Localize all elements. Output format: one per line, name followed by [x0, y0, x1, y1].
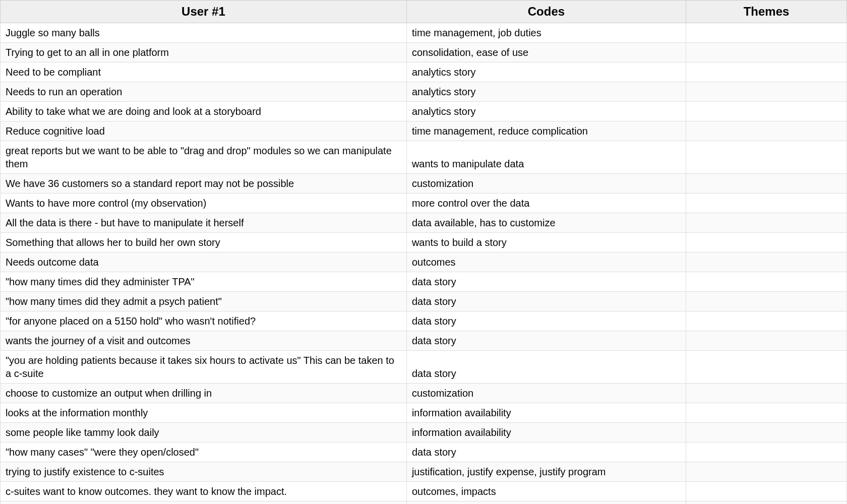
- cell-themes[interactable]: [686, 174, 846, 194]
- table-row: trying to justify existence to c-suitesj…: [1, 462, 847, 482]
- cell-codes[interactable]: customization: [406, 384, 686, 403]
- table-row: All the data is there - but have to mani…: [1, 213, 847, 233]
- cell-codes[interactable]: outcomes, impacts: [406, 482, 686, 501]
- cell-user[interactable]: looks at the information monthly: [1, 403, 407, 423]
- cell-themes[interactable]: [686, 292, 846, 311]
- cell-user[interactable]: trying to justify existence to c-suites: [1, 462, 407, 482]
- cell-themes[interactable]: [686, 82, 846, 102]
- cell-themes[interactable]: [686, 23, 846, 43]
- cell-user[interactable]: "how many times did they admit a psych p…: [1, 292, 407, 311]
- cell-codes[interactable]: analytics story: [406, 82, 686, 102]
- cell-user[interactable]: Trying to get to an all in one platform: [1, 43, 407, 62]
- table-row: some people like tammy look dailyinforma…: [1, 423, 847, 443]
- cell-themes[interactable]: [686, 253, 846, 272]
- cell-user[interactable]: great reports but we want to be able to …: [1, 141, 407, 174]
- cell-user[interactable]: Need to be compliant: [1, 62, 407, 82]
- cell-codes[interactable]: data story: [406, 351, 686, 384]
- table-header-row: User #1 Codes Themes: [1, 1, 847, 23]
- cell-user[interactable]: Ability to take what we are doing and lo…: [1, 102, 407, 121]
- cell-user[interactable]: All the data is there - but have to mani…: [1, 213, 407, 233]
- cell-themes[interactable]: [686, 311, 846, 331]
- cell-themes[interactable]: [686, 194, 846, 213]
- cell-themes[interactable]: [686, 43, 846, 62]
- table-row: We have 36 customers so a standard repor…: [1, 174, 847, 194]
- table-body: Juggle so many ballstime management, job…: [1, 23, 847, 505]
- table-row: great reports but we want to be able to …: [1, 141, 847, 174]
- table-row: Reduce cognitive loadtime management, re…: [1, 121, 847, 141]
- cell-user[interactable]: some people like tammy look daily: [1, 423, 407, 443]
- cell-codes[interactable]: justification, justify expense, justify …: [406, 462, 686, 482]
- table-row: Something that allows her to build her o…: [1, 233, 847, 253]
- cell-codes[interactable]: data story: [406, 331, 686, 351]
- cell-themes[interactable]: [686, 121, 846, 141]
- cell-themes[interactable]: [686, 272, 846, 292]
- cell-user[interactable]: Something that allows her to build her o…: [1, 233, 407, 253]
- table-row: looks at the information monthlyinformat…: [1, 403, 847, 423]
- table-row: c-suites want to know outcomes. they wan…: [1, 482, 847, 501]
- cell-themes[interactable]: [686, 501, 846, 505]
- table-row: Ability to take what we are doing and lo…: [1, 102, 847, 121]
- cell-themes[interactable]: [686, 384, 846, 403]
- cell-codes[interactable]: time management, reduce complication: [406, 121, 686, 141]
- cell-themes[interactable]: [686, 213, 846, 233]
- cell-user[interactable]: We have 36 customers so a standard repor…: [1, 174, 407, 194]
- table-row: "you are holding patients because it tak…: [1, 351, 847, 384]
- cell-user[interactable]: Needs outcome data: [1, 253, 407, 272]
- cell-codes[interactable]: consolidation, ease of use: [406, 43, 686, 62]
- cell-user[interactable]: "how many times did they administer TPA": [1, 272, 407, 292]
- coding-table: User #1 Codes Themes Juggle so many ball…: [0, 0, 847, 504]
- cell-codes[interactable]: customization of data and dashboards: [406, 501, 686, 505]
- header-codes[interactable]: Codes: [406, 1, 686, 23]
- cell-themes[interactable]: [686, 141, 846, 174]
- table-row: Needs outcome dataoutcomes: [1, 253, 847, 272]
- cell-codes[interactable]: data story: [406, 443, 686, 462]
- cell-codes[interactable]: data story: [406, 311, 686, 331]
- header-user[interactable]: User #1: [1, 1, 407, 23]
- cell-user[interactable]: Juggle so many balls: [1, 23, 407, 43]
- cell-themes[interactable]: [686, 403, 846, 423]
- cell-user[interactable]: choose to customize an output when drill…: [1, 384, 407, 403]
- cell-codes[interactable]: outcomes: [406, 253, 686, 272]
- cell-codes[interactable]: customization: [406, 174, 686, 194]
- cell-themes[interactable]: [686, 331, 846, 351]
- cell-themes[interactable]: [686, 233, 846, 253]
- table-row: "for anyone placed on a 5150 hold" who w…: [1, 311, 847, 331]
- table-row: choose to customize an output when drill…: [1, 384, 847, 403]
- cell-user[interactable]: "you are holding patients because it tak…: [1, 351, 407, 384]
- cell-codes[interactable]: time management, job duties: [406, 23, 686, 43]
- cell-themes[interactable]: [686, 102, 846, 121]
- cell-codes[interactable]: information availability: [406, 403, 686, 423]
- table-row: Needs to run an operationanalytics story: [1, 82, 847, 102]
- cell-themes[interactable]: [686, 462, 846, 482]
- cell-themes[interactable]: [686, 443, 846, 462]
- table-row: Wants to have more control (my observati…: [1, 194, 847, 213]
- cell-user[interactable]: Wants to have more control (my observati…: [1, 194, 407, 213]
- cell-user[interactable]: Needs to run an operation: [1, 82, 407, 102]
- table-row: "how many times did they admit a psych p…: [1, 292, 847, 311]
- table-row: wants the journey of a visit and outcome…: [1, 331, 847, 351]
- cell-codes[interactable]: analytics story: [406, 102, 686, 121]
- cell-themes[interactable]: [686, 351, 846, 384]
- cell-user[interactable]: "how many cases" "were they open/closed": [1, 443, 407, 462]
- cell-codes[interactable]: information availability: [406, 423, 686, 443]
- cell-user[interactable]: Reduce cognitive load: [1, 121, 407, 141]
- cell-codes[interactable]: data story: [406, 272, 686, 292]
- cell-user[interactable]: "for anyone placed on a 5150 hold" who w…: [1, 311, 407, 331]
- cell-themes[interactable]: [686, 62, 846, 82]
- table-row: Need to be compliantanalytics story: [1, 62, 847, 82]
- cell-codes[interactable]: wants to build a story: [406, 233, 686, 253]
- cell-user[interactable]: c-suites want to know outcomes. they wan…: [1, 482, 407, 501]
- table-row: "how many cases" "were they open/closed"…: [1, 443, 847, 462]
- cell-codes[interactable]: data available, has to customize: [406, 213, 686, 233]
- cell-codes[interactable]: data story: [406, 292, 686, 311]
- cell-codes[interactable]: analytics story: [406, 62, 686, 82]
- cell-themes[interactable]: [686, 423, 846, 443]
- cell-themes[interactable]: [686, 482, 846, 501]
- header-themes[interactable]: Themes: [686, 1, 846, 23]
- cell-codes[interactable]: more control over the data: [406, 194, 686, 213]
- table-row: Juggle so many ballstime management, job…: [1, 23, 847, 43]
- cell-codes[interactable]: wants to manipulate data: [406, 141, 686, 174]
- cell-user[interactable]: wants the journey of a visit and outcome…: [1, 331, 407, 351]
- cell-user[interactable]: She would be able to design her own and …: [1, 501, 407, 505]
- table-row: "how many times did they administer TPA"…: [1, 272, 847, 292]
